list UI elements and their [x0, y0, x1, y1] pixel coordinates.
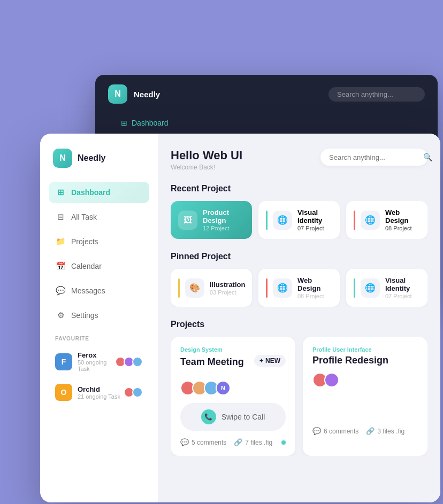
- pr-comments-stat: 💬 6 comments: [312, 427, 358, 435]
- web-design-name: Web Design: [385, 208, 420, 224]
- swipe-to-call[interactable]: 📞 Swipe to Call: [180, 403, 286, 431]
- call-icon: 📞: [201, 409, 216, 424]
- team-meeting-title: Team Meeting: [180, 356, 244, 368]
- sidebar: N Needly ⊞ Dashboard ⊟ All Task 📁 Projec…: [40, 134, 158, 502]
- pinned-visual-identity-info: Visual Identity 07 Project: [385, 276, 420, 299]
- pinned-visual-identity-icon: 🌐: [361, 278, 380, 298]
- pinned-web-design-name: Web Design: [297, 276, 332, 292]
- main-card: N Needly ⊞ Dashboard ⊟ All Task 📁 Projec…: [40, 134, 440, 502]
- team-meeting-avatars: N: [180, 381, 286, 396]
- sidebar-item-alltask[interactable]: ⊟ All Task: [49, 206, 149, 228]
- search-input[interactable]: [329, 153, 419, 161]
- product-design-icon: 🖼: [178, 211, 197, 230]
- avatar-letter: N: [216, 381, 231, 396]
- bg-brand: Needly: [134, 90, 160, 99]
- pinned-web-design-icon: 🌐: [273, 278, 292, 298]
- brand-name: Needly: [78, 153, 105, 163]
- bg-nav-dashboard: ⊞ Dashboard: [108, 113, 425, 133]
- web-design-info: Web Design 08 Project: [385, 208, 420, 231]
- sidebar-item-calendar[interactable]: 📅 Calendar: [49, 255, 149, 277]
- favourite-orchid[interactable]: O Orchid 21 ongoing Task: [49, 379, 149, 405]
- pinned-illustration[interactable]: 🎨 Illustration 03 Project: [171, 269, 252, 307]
- pr-files-count: 3 files .fig: [377, 428, 404, 435]
- illustration-name: Illustration: [210, 281, 245, 289]
- project-card-web-design[interactable]: 🌐 Web Design 08 Project: [346, 201, 427, 239]
- web-design-accent: [354, 211, 355, 230]
- pinned-visual-identity-name: Visual Identity: [385, 276, 420, 292]
- pinned-projects-list: 🎨 Illustration 03 Project 🌐 Web Design 0…: [171, 269, 427, 307]
- team-meeting-card[interactable]: Design System Team Meeting + NEW N 📞: [171, 337, 295, 456]
- visual-identity-icon: 🌐: [273, 211, 292, 230]
- pinned-web-design-count: 08 Project: [297, 293, 332, 299]
- sidebar-item-projects[interactable]: 📁 Projects: [49, 231, 149, 252]
- team-avatar: [132, 387, 143, 398]
- visual-identity-accent: [266, 211, 268, 230]
- new-button[interactable]: + NEW: [254, 355, 286, 367]
- bg-logo: N: [108, 84, 127, 104]
- activity-dot: [281, 440, 286, 445]
- illustration-accent: [178, 278, 180, 298]
- main-header: Hello Web UI Welcome Back! 🔍: [171, 149, 427, 171]
- project-card-product-design[interactable]: 🖼 Product Design 12 Project: [171, 201, 252, 239]
- header-text: Hello Web UI Welcome Back!: [171, 149, 242, 171]
- team-meeting-footer: 💬 5 comments 🔗 7 files .fig: [180, 438, 286, 446]
- visual-identity-count: 07 Project: [297, 225, 332, 231]
- team-avatar: [132, 356, 143, 367]
- page-subtitle: Welcome Back!: [171, 164, 242, 171]
- recent-projects-title: Recent Project: [171, 184, 427, 193]
- web-design-count: 08 Project: [385, 225, 420, 231]
- nav-label-alltask: All Task: [71, 213, 97, 221]
- profile-redesign-card[interactable]: Profile User Interface Profile Redesign …: [303, 337, 427, 456]
- favourite-ferox[interactable]: F Ferox 50 ongoing Task: [49, 347, 149, 376]
- pinned-web-design-accent: [266, 278, 268, 298]
- pinned-web-design-info: Web Design 08 Project: [297, 276, 332, 299]
- product-design-name: Product Design: [203, 208, 245, 224]
- messages-icon: 💬: [55, 285, 66, 296]
- main-content: Hello Web UI Welcome Back! 🔍 Recent Proj…: [158, 134, 440, 502]
- pr-avatar-2: [324, 373, 339, 387]
- sidebar-item-settings[interactable]: ⚙ Settings: [49, 305, 149, 326]
- calendar-icon: 📅: [55, 261, 66, 272]
- pr-comments-count: 6 comments: [324, 428, 358, 435]
- nav-label-messages: Messages: [71, 286, 105, 295]
- comment-icon: 💬: [180, 438, 189, 446]
- product-design-count: 12 Project: [203, 225, 245, 231]
- ferox-name: Ferox: [78, 351, 112, 359]
- web-design-icon: 🌐: [361, 211, 380, 230]
- pr-files-stat: 🔗 3 files .fig: [366, 427, 404, 435]
- orchid-info: Orchid 21 ongoing Task: [78, 385, 120, 400]
- section-label-favourite: FAVOURITE: [49, 329, 149, 344]
- pinned-visual-identity-accent: [354, 278, 355, 298]
- orchid-name: Orchid: [78, 385, 120, 393]
- profile-redesign-footer: 💬 6 comments 🔗 3 files .fig: [312, 427, 418, 435]
- logo-icon: N: [53, 149, 72, 168]
- sidebar-logo: N Needly: [49, 149, 149, 168]
- orchid-tasks: 21 ongoing Task: [78, 393, 120, 400]
- bg-search: Search anything...: [329, 87, 425, 102]
- page-title: Hello Web UI: [171, 149, 242, 162]
- profile-redesign-category: Profile User Interface: [312, 346, 418, 353]
- illustration-count: 03 Project: [210, 289, 245, 296]
- search-bar[interactable]: 🔍: [320, 149, 427, 166]
- projects-grid: Design System Team Meeting + NEW N 📞: [171, 337, 427, 456]
- search-icon: 🔍: [423, 153, 432, 161]
- projects-icon: 📁: [55, 236, 66, 247]
- ferox-avatar: F: [55, 353, 72, 370]
- orchid-avatar: O: [55, 384, 72, 401]
- sidebar-item-dashboard[interactable]: ⊞ Dashboard: [49, 182, 149, 203]
- profile-redesign-title: Profile Redesign: [312, 355, 418, 366]
- pinned-visual-identity[interactable]: 🌐 Visual Identity 07 Project: [346, 269, 427, 307]
- pinned-web-design[interactable]: 🌐 Web Design 08 Project: [258, 269, 340, 307]
- nav-label-settings: Settings: [71, 311, 98, 320]
- pr-file-icon: 🔗: [366, 427, 375, 435]
- nav-label-dashboard: Dashboard: [71, 188, 110, 197]
- visual-identity-info: Visual Identity 07 Project: [297, 208, 332, 231]
- file-icon: 🔗: [234, 438, 242, 446]
- project-card-visual-identity[interactable]: 🌐 Visual Identity 07 Project: [258, 201, 340, 239]
- profile-redesign-avatars: [312, 373, 418, 387]
- sidebar-item-messages[interactable]: 💬 Messages: [49, 280, 149, 301]
- files-count: 7 files .fig: [245, 439, 272, 446]
- pinned-projects-title: Pinned Project: [171, 252, 427, 261]
- ferox-tasks: 50 ongoing Task: [78, 359, 112, 372]
- visual-identity-name: Visual Identity: [297, 208, 332, 224]
